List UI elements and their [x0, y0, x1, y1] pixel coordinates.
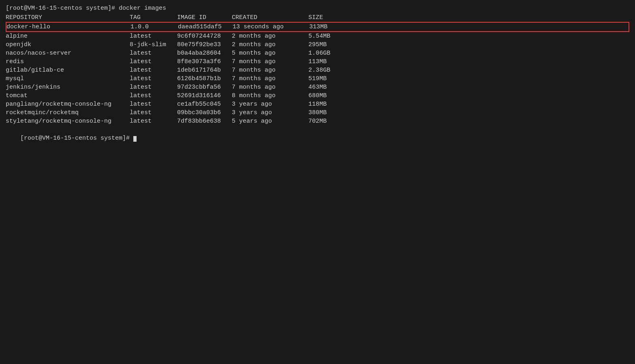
table-row: alpine latest 9c6f07244728 2 months ago …: [6, 32, 629, 40]
cursor: [133, 136, 137, 142]
table-row: tomcat latest 52691d316146 8 months ago …: [6, 92, 629, 100]
table-row: pangliang/rocketmq-console-ng latest ce1…: [6, 100, 629, 109]
final-prompt: [root@VM-16-15-centos system]#: [6, 126, 629, 151]
terminal: [root@VM-16-15-centos system]# docker im…: [0, 0, 635, 364]
table-container: docker-hello 1.0.0 daead515daf5 13 secon…: [6, 22, 629, 126]
prompt-text: [root@VM-16-15-centos system]#: [20, 135, 133, 142]
table-row: jenkins/jenkins latest 97d23cbbfa56 7 mo…: [6, 83, 629, 92]
table-row: rocketmqinc/rocketmq latest 09bbc30a03b6…: [6, 109, 629, 117]
table-row: openjdk 8-jdk-slim 80e75f92be33 2 months…: [6, 40, 629, 49]
table-header: REPOSITORY TAG IMAGE ID CREATED SIZE: [6, 13, 629, 22]
table-row: nacos/nacos-server latest b0a4aba28604 5…: [6, 49, 629, 57]
table-row: styletang/rocketmq-console-ng latest 7df…: [6, 117, 629, 126]
command-line: [root@VM-16-15-centos system]# docker im…: [6, 4, 629, 13]
table-row: redis latest 8f8e3073a3f6 7 months ago 1…: [6, 57, 629, 66]
table-row: mysql latest 6126b4587b1b 7 months ago 5…: [6, 75, 629, 83]
highlighted-row: docker-hello 1.0.0 daead515daf5 13 secon…: [6, 22, 629, 32]
table-row: gitlab/gitlab-ce latest 1deb6171764b 7 m…: [6, 66, 629, 75]
data-rows: alpine latest 9c6f07244728 2 months ago …: [6, 32, 629, 126]
